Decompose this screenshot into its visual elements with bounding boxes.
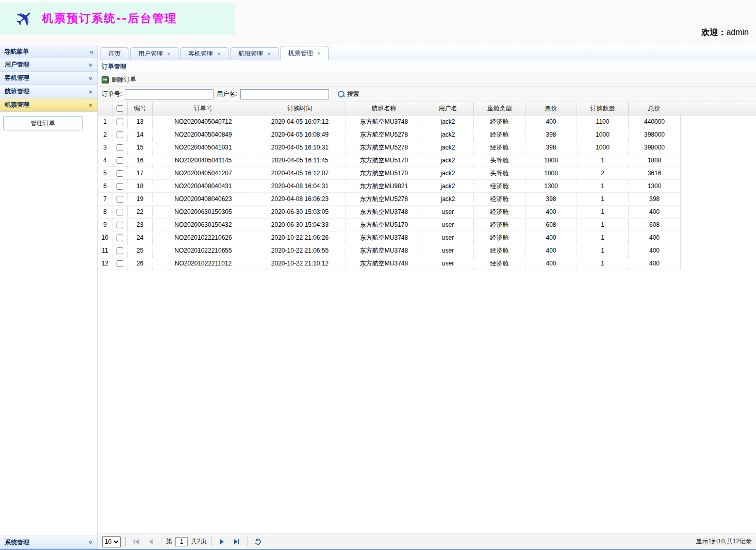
row-checkbox-cell	[112, 219, 128, 231]
table-row[interactable]: 618NO202004080404312020-04-08 16:04:31东方…	[98, 180, 681, 193]
table-row[interactable]: 923NO202006301504322020-06-30 15:04:33东方…	[98, 219, 681, 231]
cell-id: 23	[128, 219, 153, 231]
tab-aircraft-management[interactable]: 客机管理 ×	[180, 47, 228, 60]
table-row[interactable]: 1226NO202010222110122020-10-22 21:10:12东…	[98, 257, 681, 270]
row-checkbox[interactable]	[117, 196, 123, 203]
table-row[interactable]: 416NO202004050411452020-04-05 16:11:45东方…	[98, 154, 681, 167]
header-price[interactable]: 票价	[525, 102, 577, 115]
order-no-input[interactable]	[125, 89, 213, 99]
sidebar-item-user-management[interactable]: 用户管理 »	[0, 58, 97, 72]
search-icon	[337, 90, 345, 98]
row-number: 6	[98, 180, 112, 192]
sidebar-item-ticket-management[interactable]: 机票管理 «	[0, 98, 97, 112]
sidebar-item-label: 系统管理	[5, 538, 29, 547]
cell-order_no: NO20200405040712	[153, 115, 254, 128]
table-row[interactable]: 113NO202004050407122020-04-05 16:07:12东方…	[98, 115, 681, 128]
cell-flight: 东方航空MU3748	[346, 244, 422, 257]
sidebar-item-system-management[interactable]: 系统管理 »	[0, 536, 97, 549]
close-icon[interactable]: ×	[217, 51, 221, 57]
row-checkbox[interactable]	[117, 144, 123, 151]
row-checkbox[interactable]	[117, 209, 123, 215]
delete-order-button[interactable]: 删除订单	[102, 75, 136, 84]
cell-order_no: NO20200405041207	[153, 167, 254, 179]
welcome-label: 欢迎：	[701, 28, 726, 37]
cell-id: 18	[128, 180, 153, 192]
app-title: 机票预订系统--后台管理	[42, 11, 177, 26]
select-all-checkbox[interactable]	[117, 105, 123, 112]
last-page-button[interactable]	[231, 536, 242, 547]
table-row[interactable]: 315NO202004050410312020-04-05 16:10:31东方…	[98, 141, 681, 154]
sidebar-panel-body: 管理订单	[0, 112, 97, 536]
cell-cabin: 经济舱	[474, 206, 525, 218]
refresh-button[interactable]	[252, 536, 264, 547]
order-no-label: 订单号:	[102, 90, 122, 98]
cell-total: 400	[629, 244, 680, 257]
row-checkbox[interactable]	[117, 247, 123, 254]
close-icon[interactable]: ×	[267, 51, 271, 57]
header-flight-name[interactable]: 航班名称	[346, 102, 422, 115]
tab-ticket-management[interactable]: 机票管理 ×	[281, 46, 328, 60]
prev-page-button[interactable]	[145, 536, 156, 547]
row-number: 4	[98, 154, 112, 166]
header-order-no[interactable]: 订单号	[153, 102, 254, 115]
cell-qty: 1	[577, 244, 629, 257]
cell-flight: 东方航空MU5278	[346, 141, 422, 154]
cell-qty: 1	[577, 206, 629, 218]
cell-user: jack2	[422, 167, 474, 179]
sidebar-collapse-icon[interactable]: «	[90, 48, 93, 56]
cell-total: 400	[629, 231, 680, 244]
search-button[interactable]: 搜索	[337, 90, 359, 98]
table-row[interactable]: 517NO202004050412072020-04-05 16:12:07东方…	[98, 167, 681, 180]
header-username[interactable]: 用户名	[422, 102, 474, 115]
page-number-input[interactable]	[175, 537, 188, 546]
sidebar-item-flight-management[interactable]: 航班管理 »	[0, 85, 97, 98]
cell-id: 17	[128, 167, 153, 179]
next-page-button[interactable]	[217, 536, 228, 547]
row-checkbox[interactable]	[117, 235, 123, 241]
cell-flight: 东方航空MU3748	[346, 115, 422, 128]
row-checkbox[interactable]	[117, 170, 123, 177]
delete-order-label: 删除订单	[111, 75, 136, 84]
row-checkbox[interactable]	[117, 222, 123, 228]
table-row[interactable]: 214NO202004050408492020-04-05 16:08:49东方…	[98, 128, 681, 141]
cell-flight: 东方航空MU3748	[346, 257, 422, 270]
sidebar-item-aircraft-management[interactable]: 客机管理 »	[0, 72, 97, 85]
manage-orders-button[interactable]: 管理订单	[3, 116, 83, 130]
row-checkbox[interactable]	[117, 183, 123, 190]
cell-price: 398	[525, 141, 577, 154]
row-checkbox-cell	[112, 180, 128, 192]
cell-user: jack2	[422, 180, 474, 192]
first-page-button[interactable]	[130, 536, 142, 547]
header-total[interactable]: 总价	[629, 102, 680, 115]
cell-order_no: NO20200408040623	[153, 193, 254, 205]
close-icon[interactable]: ×	[317, 51, 321, 57]
table-row[interactable]: 822NO202006301503052020-06-30 15:03:05东方…	[98, 206, 681, 219]
header-quantity[interactable]: 订购数量	[577, 102, 629, 115]
cell-qty: 1100	[577, 115, 629, 128]
table-row[interactable]: 719NO202004080406232020-04-08 16:06:23东方…	[98, 193, 681, 206]
row-number: 10	[98, 231, 112, 244]
last-arrow	[234, 539, 238, 544]
row-checkbox-cell	[112, 154, 128, 166]
table-row[interactable]: 1024NO202010222106262020-10-22 21:06:26东…	[98, 231, 681, 244]
header-cabin-type[interactable]: 座舱类型	[474, 102, 525, 115]
cell-price: 398	[525, 193, 577, 205]
row-checkbox[interactable]	[117, 119, 123, 125]
table-row[interactable]: 1125NO202010222106552020-10-22 21:06:55东…	[98, 244, 681, 257]
cell-qty: 1	[577, 257, 629, 270]
username-input[interactable]	[240, 89, 329, 99]
header-id[interactable]: 编号	[128, 102, 153, 115]
cell-cabin: 经济舱	[474, 141, 525, 154]
tab-home[interactable]: 首页	[101, 47, 128, 60]
page-size-select[interactable]: 10	[102, 536, 121, 547]
header-order-time[interactable]: 订购时间	[254, 102, 346, 115]
row-checkbox[interactable]	[117, 131, 123, 138]
row-checkbox-cell	[112, 257, 128, 270]
close-icon[interactable]: ×	[167, 51, 171, 57]
row-checkbox[interactable]	[117, 260, 123, 267]
row-number: 1	[98, 115, 112, 128]
row-checkbox[interactable]	[117, 157, 123, 164]
tab-user-management[interactable]: 用户管理 ×	[130, 47, 178, 60]
row-number: 11	[98, 244, 112, 257]
tab-flight-management[interactable]: 航班管理 ×	[231, 47, 278, 60]
